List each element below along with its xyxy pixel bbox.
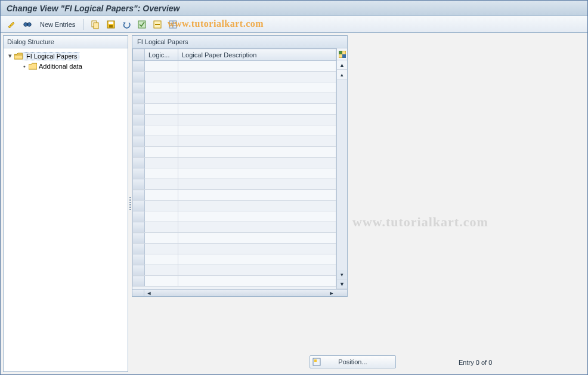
cell-logic[interactable] — [145, 61, 178, 72]
position-button[interactable]: Position... — [310, 355, 396, 368]
change-toggle-button[interactable] — [5, 19, 18, 30]
cell-logic[interactable] — [145, 93, 178, 104]
cell-description[interactable] — [178, 158, 336, 168]
cell-description[interactable] — [178, 72, 336, 82]
cell-logic[interactable] — [145, 244, 178, 254]
tree-node-fi-logical-papers[interactable]: ▾ FI Logical Papers — [5, 51, 126, 61]
input-description[interactable] — [178, 82, 336, 93]
cell-description[interactable] — [178, 168, 336, 179]
row-selector[interactable] — [133, 179, 145, 190]
row-selector[interactable] — [133, 61, 145, 72]
cell-logic[interactable] — [145, 82, 178, 93]
scroll-left-button[interactable]: ◄ — [144, 290, 154, 296]
new-entries-button[interactable]: New Entries — [40, 21, 75, 28]
input-logic[interactable] — [145, 158, 178, 168]
input-logic[interactable] — [145, 125, 178, 136]
row-selector[interactable] — [133, 201, 145, 211]
column-header-description[interactable]: Logical Paper Description — [178, 49, 336, 61]
input-description[interactable] — [178, 265, 336, 275]
row-selector[interactable] — [133, 265, 145, 276]
input-logic[interactable] — [145, 244, 178, 254]
row-selector[interactable] — [133, 244, 145, 254]
cell-description[interactable] — [178, 201, 336, 211]
row-selector[interactable] — [133, 276, 145, 287]
cell-description[interactable] — [178, 136, 336, 147]
input-logic[interactable] — [145, 233, 178, 243]
cell-logic[interactable] — [145, 201, 178, 211]
scroll-up-button[interactable]: ▲ — [337, 60, 347, 70]
save-button[interactable] — [104, 19, 117, 30]
input-description[interactable] — [178, 147, 336, 157]
input-description[interactable] — [178, 136, 336, 146]
row-selector[interactable] — [133, 136, 145, 147]
input-description[interactable] — [178, 244, 336, 254]
cell-description[interactable] — [178, 93, 336, 104]
input-description[interactable] — [178, 61, 336, 71]
cell-logic[interactable] — [145, 168, 178, 179]
input-logic[interactable] — [145, 82, 178, 93]
copy-as-button[interactable] — [89, 19, 102, 30]
input-logic[interactable] — [145, 93, 178, 103]
cell-logic[interactable] — [145, 222, 178, 233]
input-logic[interactable] — [145, 104, 178, 114]
cell-description[interactable] — [178, 222, 336, 233]
cell-logic[interactable] — [145, 115, 178, 125]
input-description[interactable] — [178, 179, 336, 189]
cell-description[interactable] — [178, 61, 336, 72]
cell-logic[interactable] — [145, 125, 178, 136]
tree-node-additional-data[interactable]: • Additional data — [5, 61, 126, 71]
input-logic[interactable] — [145, 222, 178, 232]
cell-description[interactable] — [178, 147, 336, 158]
input-description[interactable] — [178, 222, 336, 232]
table-settings-button[interactable] — [337, 48, 347, 60]
row-selector[interactable] — [133, 158, 145, 168]
cell-description[interactable] — [178, 265, 336, 276]
input-description[interactable] — [178, 211, 336, 222]
input-description[interactable] — [178, 158, 336, 168]
row-selector[interactable] — [133, 233, 145, 244]
cell-logic[interactable] — [145, 72, 178, 82]
cell-logic[interactable] — [145, 190, 178, 201]
cell-description[interactable] — [178, 244, 336, 254]
row-selector[interactable] — [133, 168, 145, 179]
input-logic[interactable] — [145, 201, 178, 211]
cell-description[interactable] — [178, 190, 336, 201]
scroll-down-step-button[interactable]: ▾ — [337, 270, 347, 279]
cell-description[interactable] — [178, 82, 336, 93]
scroll-down-button[interactable]: ▼ — [337, 279, 347, 289]
input-logic[interactable] — [145, 115, 178, 125]
cell-description[interactable] — [178, 233, 336, 244]
row-selector-header[interactable] — [133, 49, 145, 61]
cell-description[interactable] — [178, 104, 336, 115]
input-description[interactable] — [178, 276, 336, 286]
cell-description[interactable] — [178, 125, 336, 136]
cell-description[interactable] — [178, 179, 336, 190]
input-logic[interactable] — [145, 179, 178, 189]
horizontal-scrollbar-track[interactable] — [154, 290, 327, 296]
cell-logic[interactable] — [145, 136, 178, 147]
input-description[interactable] — [178, 115, 336, 125]
input-description[interactable] — [178, 190, 336, 200]
row-selector[interactable] — [133, 211, 145, 222]
cell-description[interactable] — [178, 276, 336, 287]
cell-description[interactable] — [178, 254, 336, 265]
row-selector[interactable] — [133, 125, 145, 136]
input-logic[interactable] — [145, 136, 178, 146]
row-selector[interactable] — [133, 115, 145, 125]
vertical-scrollbar-track[interactable] — [337, 79, 347, 270]
select-all-button[interactable] — [135, 19, 148, 30]
row-selector[interactable] — [133, 104, 145, 115]
row-selector[interactable] — [133, 72, 145, 82]
delimit-button[interactable] — [166, 19, 180, 30]
input-description[interactable] — [178, 72, 336, 82]
input-logic[interactable] — [145, 190, 178, 200]
tree-collapse-icon[interactable]: ▾ — [7, 52, 13, 60]
input-logic[interactable] — [145, 276, 178, 286]
input-logic[interactable] — [145, 61, 178, 71]
input-logic[interactable] — [145, 265, 178, 275]
input-logic[interactable] — [145, 147, 178, 157]
row-selector[interactable] — [133, 147, 145, 158]
input-logic[interactable] — [145, 254, 178, 265]
cell-logic[interactable] — [145, 158, 178, 168]
row-selector[interactable] — [133, 254, 145, 265]
